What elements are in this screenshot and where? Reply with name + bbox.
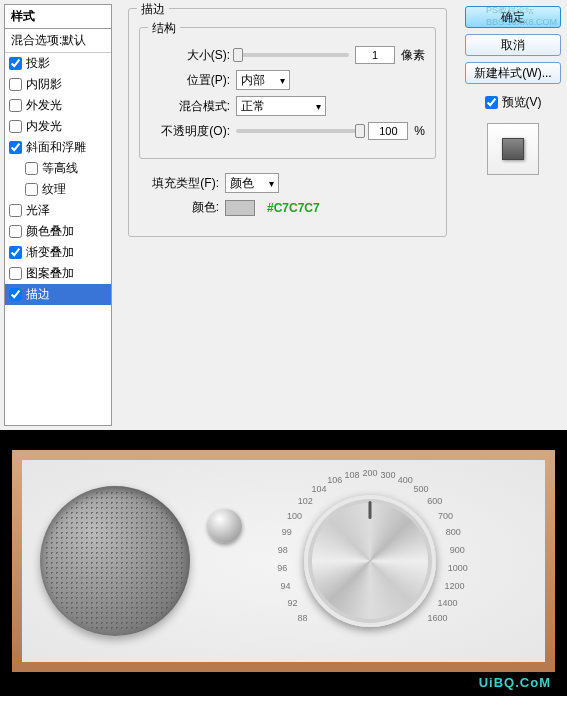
filltype-label: 填充类型(F):: [139, 175, 219, 192]
dial-tick: 104: [311, 484, 326, 494]
cancel-button[interactable]: 取消: [465, 34, 561, 56]
style-row-斜面和浮雕[interactable]: 斜面和浮雕: [5, 137, 111, 158]
style-checkbox[interactable]: [9, 141, 22, 154]
dial-tick: 88: [298, 613, 308, 623]
radio-canvas: 8892949698991001021041061082003004005006…: [0, 430, 567, 696]
style-checkbox[interactable]: [9, 78, 22, 91]
style-checkbox[interactable]: [9, 204, 22, 217]
style-checkbox[interactable]: [9, 246, 22, 259]
radio-frame: 8892949698991001021041061082003004005006…: [12, 450, 555, 672]
dial-tick: 200: [362, 468, 377, 478]
dial-tick: 300: [381, 470, 396, 480]
style-checkbox[interactable]: [9, 225, 22, 238]
blend-dropdown[interactable]: 正常: [236, 96, 326, 116]
stroke-settings: 描边 结构 大小(S): 像素 位置(P): 内部 混合模式: 正常: [120, 4, 455, 426]
stroke-group-title: 描边: [137, 1, 169, 18]
size-label: 大小(S):: [150, 47, 230, 64]
style-label: 内发光: [26, 118, 62, 135]
styles-header: 样式: [5, 5, 111, 29]
filltype-dropdown[interactable]: 颜色: [225, 173, 279, 193]
preview-toggle-row: 预览(V): [485, 94, 542, 111]
dial-tick: 1400: [438, 598, 458, 608]
watermark-bottom: UiBQ.CoM: [479, 675, 551, 690]
style-label: 光泽: [26, 202, 50, 219]
dial-tick: 1000: [448, 563, 468, 573]
style-label: 描边: [26, 286, 50, 303]
style-label: 斜面和浮雕: [26, 139, 86, 156]
preview-checkbox[interactable]: [485, 96, 498, 109]
position-label: 位置(P):: [150, 72, 230, 89]
blend-row: 混合模式: 正常: [150, 96, 425, 116]
color-swatch[interactable]: [225, 200, 255, 216]
new-style-button[interactable]: 新建样式(W)...: [465, 62, 561, 84]
structure-title: 结构: [148, 20, 180, 37]
style-row-外发光[interactable]: 外发光: [5, 95, 111, 116]
dial-tick: 106: [327, 475, 342, 485]
style-row-投影[interactable]: 投影: [5, 53, 111, 74]
style-label: 外发光: [26, 97, 62, 114]
small-knob: [208, 509, 242, 543]
dial-tick: 1600: [427, 613, 447, 623]
dial-tick: 100: [287, 511, 302, 521]
dial-tick: 96: [277, 563, 287, 573]
dial-tick: 500: [414, 484, 429, 494]
opacity-input[interactable]: [368, 122, 408, 140]
style-checkbox[interactable]: [9, 99, 22, 112]
style-label: 渐变叠加: [26, 244, 74, 261]
blend-label: 混合模式:: [150, 98, 230, 115]
dial-tick: 1200: [444, 581, 464, 591]
color-hex: #C7C7C7: [267, 201, 320, 215]
dial-tick: 900: [450, 545, 465, 555]
tuning-dial: [304, 495, 436, 627]
style-checkbox[interactable]: [25, 183, 38, 196]
style-row-图案叠加[interactable]: 图案叠加: [5, 263, 111, 284]
style-row-颜色叠加[interactable]: 颜色叠加: [5, 221, 111, 242]
style-row-描边[interactable]: 描边: [5, 284, 111, 305]
preview-box: [487, 123, 539, 175]
speaker-grille: [40, 486, 190, 636]
dial-tick: 92: [287, 598, 297, 608]
preview-swatch: [502, 138, 524, 160]
position-dropdown[interactable]: 内部: [236, 70, 290, 90]
dial-tick: 700: [438, 511, 453, 521]
dial-tick: 108: [344, 470, 359, 480]
size-unit: 像素: [401, 47, 425, 64]
dialog-buttons: 确定 取消 新建样式(W)... 预览(V): [463, 4, 563, 426]
style-row-内发光[interactable]: 内发光: [5, 116, 111, 137]
style-row-光泽[interactable]: 光泽: [5, 200, 111, 221]
structure-group: 结构 大小(S): 像素 位置(P): 内部 混合模式: 正常 不透明度(O):: [139, 27, 436, 159]
dial-tick: 98: [278, 545, 288, 555]
style-checkbox[interactable]: [9, 120, 22, 133]
color-row: 颜色: #C7C7C7: [139, 199, 436, 216]
size-input[interactable]: [355, 46, 395, 64]
dial-tick: 800: [446, 527, 461, 537]
style-checkbox[interactable]: [25, 162, 38, 175]
opacity-row: 不透明度(O): %: [150, 122, 425, 140]
watermark-top: PS教程论坛 BBS.16XX8.COM: [486, 4, 557, 27]
dial-tick: 102: [298, 496, 313, 506]
blend-options-row[interactable]: 混合选项:默认: [5, 29, 111, 53]
dial-wrap: 8892949698991001021041061082003004005006…: [260, 466, 480, 656]
size-row: 大小(S): 像素: [150, 46, 425, 64]
style-label: 颜色叠加: [26, 223, 74, 240]
dial-tick: 94: [281, 581, 291, 591]
color-label: 颜色:: [139, 199, 219, 216]
style-checkbox[interactable]: [9, 288, 22, 301]
style-label: 图案叠加: [26, 265, 74, 282]
preview-label: 预览(V): [502, 94, 542, 111]
dial-tick: 600: [427, 496, 442, 506]
style-row-纹理[interactable]: 纹理: [5, 179, 111, 200]
opacity-slider[interactable]: [236, 129, 362, 133]
dial-tick: 99: [282, 527, 292, 537]
style-row-等高线[interactable]: 等高线: [5, 158, 111, 179]
layer-style-dialog: PS教程论坛 BBS.16XX8.COM 样式 混合选项:默认 投影内阴影外发光…: [0, 0, 567, 430]
style-checkbox[interactable]: [9, 267, 22, 280]
position-row: 位置(P): 内部: [150, 70, 425, 90]
size-slider[interactable]: [236, 53, 349, 57]
stroke-group: 描边 结构 大小(S): 像素 位置(P): 内部 混合模式: 正常: [128, 8, 447, 237]
style-row-渐变叠加[interactable]: 渐变叠加: [5, 242, 111, 263]
style-label: 内阴影: [26, 76, 62, 93]
style-checkbox[interactable]: [9, 57, 22, 70]
dial-tick: 400: [398, 475, 413, 485]
style-row-内阴影[interactable]: 内阴影: [5, 74, 111, 95]
